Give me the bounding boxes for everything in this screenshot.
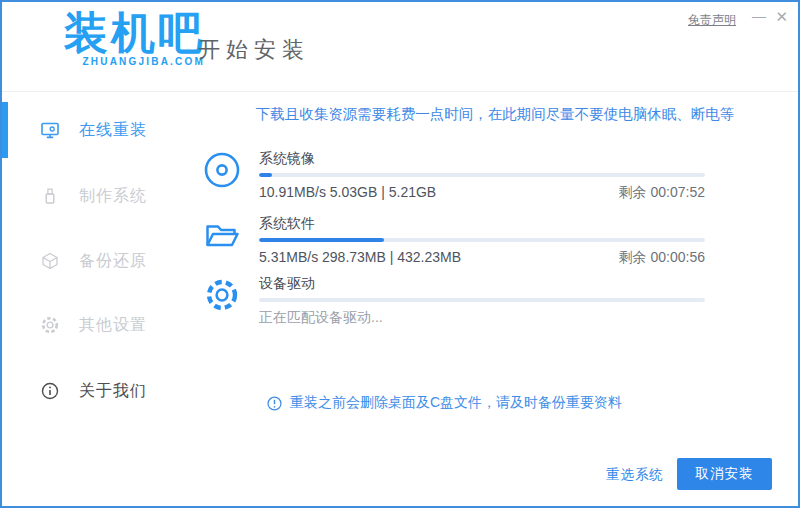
gear-icon	[202, 275, 242, 315]
sidebar-item-label: 制作系统	[79, 186, 147, 207]
task-remaining: 剩余 00:00:56	[619, 249, 705, 267]
sidebar-item-other-settings[interactable]: 其他设置	[2, 297, 192, 353]
sidebar-item-label: 关于我们	[79, 381, 147, 402]
task-name: 系统镜像	[259, 150, 705, 168]
task-remaining: 剩余 00:07:52	[619, 184, 705, 202]
sidebar-item-make-system[interactable]: 制作系统	[2, 168, 192, 224]
sidebar: 在线重装 制作系统 备份还原 其他设置 关于我们	[2, 92, 192, 506]
download-notice: 下载且收集资源需要耗费一点时间，在此期间尽量不要使电脑休眠、断电等	[192, 105, 798, 124]
task-stats: 5.31MB/s 298.73MB | 432.23MB	[259, 249, 461, 267]
folder-icon	[202, 215, 242, 255]
header: 装机吧 ZHUANGJIBA.COM 开始安装 免责声明 — ✕	[2, 2, 798, 92]
app-logo: 装机吧 ZHUANGJIBA.COM	[64, 8, 205, 67]
info-icon	[40, 381, 60, 401]
disclaimer-link[interactable]: 免责声明	[688, 12, 736, 29]
task-row-system-image: 系统镜像 10.91MB/s 5.03GB | 5.21GB 剩余 00:07:…	[202, 150, 706, 202]
monitor-icon	[40, 120, 60, 140]
reselect-system-button[interactable]: 重选系统	[606, 466, 664, 484]
cancel-install-button[interactable]: 取消安装	[677, 458, 772, 490]
sidebar-item-label: 备份还原	[79, 251, 147, 272]
sidebar-item-about-us[interactable]: 关于我们	[2, 363, 192, 419]
backup-tip: 重装之前会删除桌面及C盘文件，请及时备份重要资料	[266, 394, 622, 412]
task-status: 正在匹配设备驱动...	[259, 309, 383, 327]
task-row-device-driver: 设备驱动 正在匹配设备驱动...	[202, 275, 706, 327]
progress-fill	[259, 238, 384, 242]
disc-icon	[202, 150, 242, 190]
close-icon[interactable]: ✕	[775, 8, 788, 26]
progress-bar	[259, 298, 705, 302]
installer-window: 装机吧 ZHUANGJIBA.COM 开始安装 免责声明 — ✕ 在线重装 制作…	[0, 0, 800, 508]
gear-icon	[40, 315, 60, 335]
logo-title: 装机吧	[64, 8, 205, 58]
minimize-icon[interactable]: —	[752, 8, 766, 24]
page-title: 开始安装	[198, 35, 310, 65]
sidebar-item-label: 其他设置	[79, 315, 147, 336]
usb-icon	[40, 186, 60, 206]
sidebar-item-backup-restore[interactable]: 备份还原	[2, 233, 192, 289]
alert-circle-icon	[266, 395, 283, 412]
task-name: 设备驱动	[259, 275, 705, 293]
progress-bar	[259, 173, 705, 177]
task-stats: 10.91MB/s 5.03GB | 5.21GB	[259, 184, 436, 202]
task-row-system-software: 系统软件 5.31MB/s 298.73MB | 432.23MB 剩余 00:…	[202, 215, 706, 267]
logo-subtitle: ZHUANGJIBA.COM	[64, 56, 205, 67]
backup-tip-text: 重装之前会删除桌面及C盘文件，请及时备份重要资料	[290, 394, 622, 412]
progress-bar	[259, 238, 705, 242]
sidebar-item-online-reinstall[interactable]: 在线重装	[2, 102, 192, 158]
sidebar-item-label: 在线重装	[79, 120, 147, 141]
backup-cube-icon	[40, 251, 60, 271]
progress-fill	[259, 173, 272, 177]
task-name: 系统软件	[259, 215, 705, 233]
